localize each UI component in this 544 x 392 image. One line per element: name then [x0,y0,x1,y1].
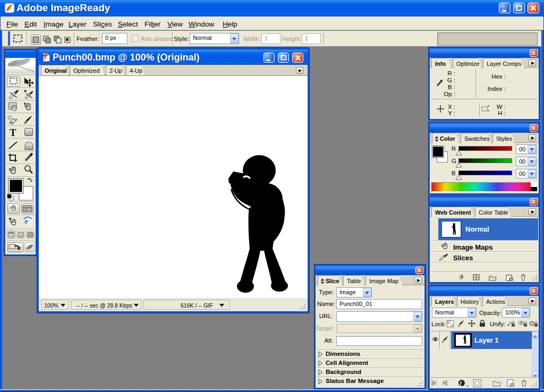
svg-text:T: T [10,127,16,138]
